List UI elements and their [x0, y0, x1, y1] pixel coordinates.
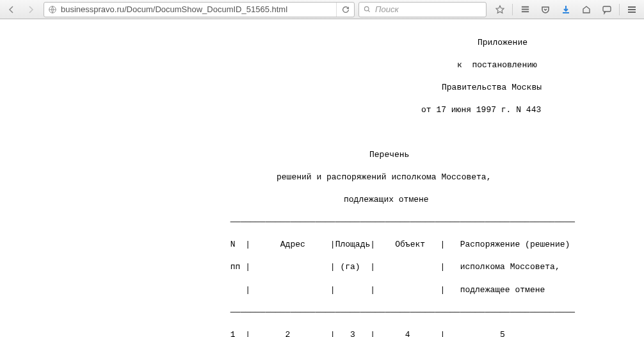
pocket-button[interactable] — [536, 2, 555, 17]
home-icon — [581, 4, 592, 15]
table-rule: ────────────────────────────────────────… — [225, 307, 644, 318]
blank-line — [225, 127, 644, 138]
separator — [512, 4, 513, 15]
svg-rect-9 — [628, 12, 636, 13]
appendix-line: к постановлению — [225, 60, 644, 71]
svg-rect-6 — [603, 6, 611, 12]
reader-button[interactable] — [515, 2, 535, 17]
search-icon — [363, 5, 371, 13]
document-body: Приложение к постановлению Правительства… — [0, 19, 644, 337]
menu-button[interactable] — [622, 2, 641, 17]
table-header: | | | | подлежащее отмене — [225, 284, 644, 296]
svg-rect-7 — [628, 6, 636, 8]
chat-button[interactable] — [597, 2, 616, 17]
svg-rect-4 — [521, 11, 528, 12]
hamburger-icon — [627, 4, 637, 15]
svg-rect-3 — [521, 9, 528, 10]
toolbar-icons — [490, 2, 641, 17]
star-icon — [495, 4, 505, 15]
back-button[interactable] — [3, 2, 20, 17]
appendix-line: Правительства Москвы — [225, 82, 644, 94]
table-colnums: 1 | 2 | 3 | 4 | 5 — [225, 329, 644, 337]
forward-button[interactable] — [22, 2, 40, 17]
svg-point-1 — [364, 6, 369, 11]
arrow-right-icon — [26, 4, 36, 15]
search-placeholder: Поиск — [375, 4, 399, 14]
document-viewport: Приложение к постановлению Правительства… — [0, 19, 644, 337]
arrow-left-icon — [6, 4, 17, 15]
list-icon — [520, 4, 530, 14]
table-rule: ────────────────────────────────────────… — [225, 217, 644, 228]
home-button[interactable] — [577, 2, 596, 17]
title-line: Перечень — [225, 149, 644, 161]
svg-rect-8 — [628, 9, 636, 10]
appendix-line: от 17 июня 1997 г. N 443 — [225, 104, 644, 116]
url-text: businesspravo.ru/Docum/DocumShow_DocumID… — [61, 4, 332, 14]
title-line: подлежащих отмене — [225, 194, 644, 206]
table-header: N | Адрес |Площадь| Объект | Распоряжени… — [225, 239, 644, 251]
chat-icon — [602, 4, 612, 15]
reload-button[interactable] — [336, 3, 354, 17]
globe-icon — [48, 5, 57, 14]
browser-toolbar: businesspravo.ru/Docum/DocumShow_DocumID… — [0, 0, 644, 19]
appendix-line: Приложение — [225, 37, 644, 49]
pocket-icon — [540, 4, 551, 15]
svg-rect-2 — [521, 6, 528, 8]
address-bar[interactable]: businesspravo.ru/Docum/DocumShow_DocumID… — [44, 2, 355, 17]
table-header: пп | | (га) | | исполкома Моссовета, — [225, 261, 644, 273]
title-line: решений и распоряжений исполкома Моссове… — [225, 172, 644, 183]
bookmark-button[interactable] — [490, 2, 510, 17]
download-icon — [561, 4, 571, 15]
separator — [619, 4, 620, 15]
search-bar[interactable]: Поиск — [358, 2, 487, 17]
downloads-button[interactable] — [556, 2, 576, 17]
svg-rect-5 — [563, 12, 569, 13]
reload-icon — [341, 5, 350, 14]
